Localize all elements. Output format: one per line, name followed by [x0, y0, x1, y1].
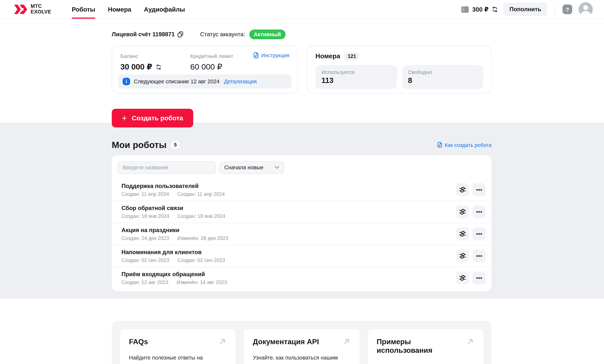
tab-numbers[interactable]: Номера [108, 0, 131, 19]
top-bar: МТС EXOLVE Роботы Номера Аудиофайлы 300 … [0, 0, 604, 19]
brand-logo[interactable]: МТС EXOLVE [14, 4, 51, 15]
ellipsis-icon [476, 230, 482, 237]
robot-more-button[interactable] [472, 227, 486, 240]
wallet-icon [461, 6, 469, 13]
faq-card[interactable]: FAQs Найдите полезные ответы на частые в… [120, 329, 236, 364]
ellipsis-icon [476, 186, 482, 193]
robot-modified: Создан: 18 янв 2024 [177, 213, 225, 219]
account-number: Лицевой счёт 1198871 [112, 31, 175, 38]
free-value: 8 [408, 76, 477, 85]
robot-created: Создан: 12 авг 2023 [122, 279, 168, 285]
sliders-icon [459, 230, 466, 237]
robot-name: Напоминания для клиентов [122, 249, 225, 255]
faq-card-title: FAQs [129, 337, 148, 346]
robot-row[interactable]: Поддержка пользователей Создан: 11 апр 2… [112, 179, 491, 201]
search-input[interactable] [118, 161, 216, 174]
robot-modified: Создан: 02 сен 2023 [177, 257, 225, 263]
robot-settings-button[interactable] [456, 271, 469, 284]
robot-row[interactable]: Сбор обратной связи Создан: 18 янв 2024 … [112, 201, 491, 223]
credit-limit-label: Кредитный лимит [190, 53, 233, 59]
robot-row[interactable]: Напоминания для клиентов Создан: 02 сен … [112, 245, 491, 267]
robot-settings-button[interactable] [456, 205, 469, 218]
api-docs-card-description: Узнайте, как пользоваться нашим API для … [253, 353, 344, 364]
api-docs-card-title: Документация API [253, 337, 319, 346]
avatar[interactable] [579, 2, 593, 16]
balance-label: Баланс [120, 53, 190, 59]
tab-audiofiles[interactable]: Аудиофайлы [144, 0, 185, 19]
robot-more-button[interactable] [472, 205, 486, 218]
faq-card-description: Найдите полезные ответы на частые вопрос… [129, 353, 220, 364]
topup-button[interactable]: Пополнить [503, 3, 547, 16]
external-arrow-icon [342, 337, 350, 345]
copy-account-icon[interactable] [178, 31, 183, 37]
create-robot-button[interactable]: + Создать робота [112, 109, 193, 127]
howto-create-link[interactable]: Как создать робота [437, 142, 491, 148]
robot-name: Приём входящих обращений [122, 271, 227, 277]
robot-row[interactable]: Акция на праздники Создан: 24 дек 2023 И… [112, 223, 491, 245]
sliders-icon [459, 186, 466, 193]
sliders-icon [459, 274, 466, 281]
balance-value: 30 000 ₽ [120, 62, 152, 72]
ellipsis-icon [476, 252, 482, 259]
robot-settings-button[interactable] [456, 249, 469, 262]
robot-more-button[interactable] [472, 249, 486, 262]
help-icon[interactable]: ? [563, 4, 572, 14]
chevron-down-icon [274, 164, 280, 170]
account-row: Лицевой счёт 1198871 Статус аккаунта: Ак… [112, 29, 604, 39]
robot-settings-button[interactable] [456, 183, 469, 196]
mts-logo-icon [14, 4, 27, 15]
external-arrow-icon [467, 337, 474, 345]
document-icon [253, 52, 259, 58]
robot-created: Создан: 11 апр 2024 [122, 191, 169, 197]
robot-created: Создан: 24 дек 2023 [122, 235, 169, 241]
robot-more-button[interactable] [472, 183, 486, 196]
main-nav: Роботы Номера Аудиофайлы [72, 0, 185, 19]
robot-more-button[interactable] [472, 271, 486, 284]
refresh-balance-icon[interactable] [492, 6, 498, 12]
wallet-balance: 300 ₽ [461, 6, 498, 13]
use-cases-card[interactable]: Примеры использования Подберите подходящ… [368, 329, 483, 364]
api-docs-card[interactable]: Документация API Узнайте, как пользовать… [244, 329, 360, 364]
sliders-icon [459, 252, 466, 259]
refresh-icon[interactable] [156, 64, 162, 70]
info-icon: i [123, 78, 130, 85]
ellipsis-icon [476, 275, 482, 281]
use-cases-card-description: Подберите подходящий инструмент на основ… [377, 362, 467, 364]
account-status-label: Статус аккаунта: [200, 31, 245, 38]
topbar-divider [555, 4, 555, 15]
next-charge-strip: i Следующее списание 12 авг 2024 Детализ… [118, 74, 291, 88]
robot-created: Создан: 18 янв 2024 [122, 213, 169, 219]
robots-panel: Сначала новые Поддержка пользователей Со… [112, 155, 491, 291]
numbers-used-tile: Используется 113 [315, 65, 397, 89]
used-value: 113 [321, 76, 391, 85]
robot-row[interactable]: Приём входящих обращений Создан: 12 авг … [112, 267, 491, 289]
instruction-link[interactable]: Инструкция [253, 52, 289, 58]
sort-dropdown[interactable]: Сначала новые [219, 161, 284, 174]
credit-limit-value: 60 000 ₽ [190, 62, 233, 72]
page: МТС EXOLVE Роботы Номера Аудиофайлы 300 … [0, 0, 604, 364]
plus-icon: + [122, 114, 127, 122]
numbers-free-tile: Свободно 8 [402, 65, 483, 89]
help-cards-section: FAQs Найдите полезные ответы на частые в… [112, 321, 491, 364]
robot-name: Сбор обратной связи [122, 205, 225, 211]
sliders-icon [459, 208, 466, 215]
robots-section-title: Мои роботы [112, 139, 166, 150]
tab-robots[interactable]: Роботы [72, 0, 95, 19]
top-bar-right: 300 ₽ Пополнить ? [461, 2, 593, 16]
robot-modified: Изменён: 28 дек 2023 [177, 235, 228, 241]
robot-settings-button[interactable] [456, 227, 469, 240]
robot-modified: Создан: 11 апр 2024 [177, 191, 225, 197]
robot-created: Создан: 02 сен 2023 [122, 257, 169, 263]
robot-name: Поддержка пользователей [122, 183, 225, 189]
numbers-total-badge: 121 [344, 52, 359, 60]
robot-modified: Изменён: 14 авг 2023 [176, 279, 227, 285]
details-link[interactable]: Детализация [224, 78, 257, 85]
ellipsis-icon [476, 208, 482, 215]
robots-section: Мои роботы 5 Как создать робота Сначала … [0, 122, 604, 298]
brand-text: МТС EXOLVE [31, 4, 51, 15]
used-label: Используется [321, 69, 391, 75]
next-charge-text: Следующее списание 12 авг 2024 [134, 78, 220, 85]
status-badge: Активный [249, 29, 285, 39]
robot-name: Акция на праздники [122, 227, 228, 233]
free-label: Свободно [408, 69, 477, 75]
